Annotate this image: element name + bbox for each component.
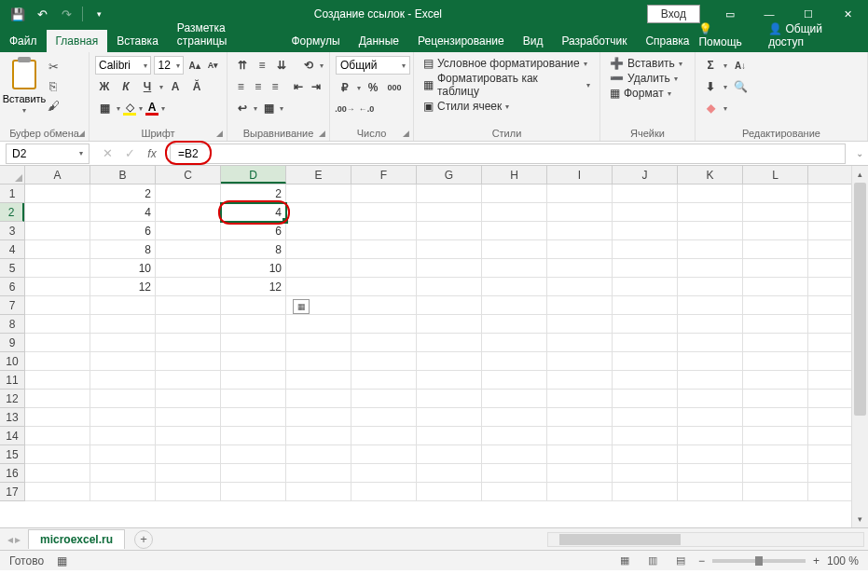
cell[interactable] bbox=[613, 427, 678, 444]
cell[interactable] bbox=[221, 352, 286, 370]
cell[interactable] bbox=[156, 259, 221, 277]
align-bottom-icon[interactable]: ⇊ bbox=[273, 56, 291, 75]
font-style-a2[interactable]: Ă bbox=[187, 77, 206, 96]
tab-page-layout[interactable]: Разметка страницы bbox=[168, 17, 282, 52]
save-icon[interactable]: 💾 bbox=[7, 4, 28, 24]
cell[interactable] bbox=[221, 390, 286, 407]
sheet-nav-next-icon[interactable]: ▸ bbox=[15, 533, 21, 546]
col-header[interactable]: C bbox=[156, 166, 221, 184]
cell[interactable] bbox=[221, 296, 286, 314]
cell[interactable] bbox=[286, 390, 351, 407]
cell[interactable] bbox=[221, 445, 286, 463]
cell[interactable] bbox=[221, 315, 286, 333]
tab-file[interactable]: Файл bbox=[0, 30, 47, 52]
cell[interactable] bbox=[156, 296, 221, 314]
sheet-tab[interactable]: microexcel.ru bbox=[28, 529, 125, 549]
cell[interactable] bbox=[417, 427, 482, 444]
cell[interactable] bbox=[482, 408, 547, 426]
font-style-a[interactable]: A bbox=[166, 77, 185, 96]
font-launcher-icon[interactable]: ◢ bbox=[216, 129, 223, 138]
cell[interactable] bbox=[678, 427, 743, 444]
row-header[interactable]: 9 bbox=[0, 334, 24, 352]
cell[interactable] bbox=[351, 445, 417, 463]
autofill-options-icon[interactable]: ▦ bbox=[293, 299, 310, 314]
cell[interactable] bbox=[743, 352, 808, 370]
cell[interactable] bbox=[156, 278, 221, 295]
cell[interactable] bbox=[351, 240, 417, 258]
cell[interactable] bbox=[286, 222, 351, 239]
cell[interactable] bbox=[547, 464, 613, 482]
col-header[interactable]: G bbox=[417, 166, 482, 184]
row-header[interactable]: 2 bbox=[0, 203, 24, 222]
cell[interactable] bbox=[286, 352, 351, 370]
cell[interactable] bbox=[25, 203, 90, 221]
dec-decimal-icon[interactable]: ←.0 bbox=[357, 100, 376, 118]
cell[interactable] bbox=[286, 334, 351, 351]
cell[interactable] bbox=[743, 334, 808, 351]
cell[interactable] bbox=[351, 315, 417, 333]
insert-cells-button[interactable]: ➕Вставить▾ bbox=[606, 56, 689, 71]
cell[interactable] bbox=[482, 371, 547, 389]
zoom-slider[interactable] bbox=[712, 559, 806, 563]
inc-decimal-icon[interactable]: .00→ bbox=[336, 100, 354, 118]
col-header[interactable]: H bbox=[482, 166, 547, 184]
shrink-font-icon[interactable]: A▾ bbox=[205, 56, 221, 75]
cell[interactable] bbox=[613, 390, 678, 407]
font-size-select[interactable]: 12▾ bbox=[154, 56, 184, 75]
find-icon[interactable]: 🔍 bbox=[731, 77, 750, 96]
align-left-icon[interactable]: ≡ bbox=[233, 77, 248, 96]
orientation-icon[interactable]: ⟲ bbox=[300, 56, 318, 75]
cell[interactable] bbox=[547, 483, 613, 500]
cell[interactable] bbox=[25, 352, 90, 370]
cell[interactable]: 4 bbox=[90, 203, 156, 221]
cell[interactable] bbox=[613, 483, 678, 500]
col-header[interactable]: K bbox=[678, 166, 743, 184]
number-format-select[interactable]: Общий▾ bbox=[336, 56, 410, 75]
zoom-out-icon[interactable]: − bbox=[698, 554, 705, 567]
cell[interactable] bbox=[613, 296, 678, 314]
cell[interactable] bbox=[743, 278, 808, 295]
paste-button[interactable]: Вставить ▾ bbox=[6, 56, 43, 116]
align-center-icon[interactable]: ≡ bbox=[250, 77, 265, 96]
tell-me[interactable]: 💡 Помощь bbox=[698, 22, 755, 48]
cell[interactable] bbox=[351, 408, 417, 426]
cell[interactable] bbox=[156, 390, 221, 407]
cell[interactable] bbox=[613, 371, 678, 389]
align-top-icon[interactable]: ⇈ bbox=[233, 56, 251, 75]
cell[interactable] bbox=[678, 296, 743, 314]
indent-left-icon[interactable]: ⇤ bbox=[291, 77, 306, 96]
cell[interactable] bbox=[678, 315, 743, 333]
expand-fbar-icon[interactable]: ⌄ bbox=[851, 148, 868, 158]
cell[interactable] bbox=[351, 185, 417, 202]
cell[interactable] bbox=[613, 203, 678, 221]
cell[interactable] bbox=[547, 222, 613, 239]
font-name-select[interactable]: Calibri▾ bbox=[95, 56, 151, 75]
italic-button[interactable]: К bbox=[117, 77, 135, 96]
tab-insert[interactable]: Вставка bbox=[107, 30, 168, 52]
cell[interactable] bbox=[351, 203, 417, 221]
cell[interactable] bbox=[90, 445, 156, 463]
sheet-nav-prev-icon[interactable]: ◂ bbox=[7, 533, 13, 546]
cell[interactable] bbox=[743, 259, 808, 277]
cell[interactable] bbox=[482, 185, 547, 202]
cell[interactable] bbox=[286, 371, 351, 389]
cell[interactable] bbox=[743, 315, 808, 333]
cell[interactable] bbox=[90, 483, 156, 500]
format-cells-button[interactable]: ▦Формат▾ bbox=[606, 86, 689, 101]
cell[interactable] bbox=[482, 352, 547, 370]
col-header[interactable]: J bbox=[613, 166, 678, 184]
cell[interactable] bbox=[351, 222, 417, 239]
cell[interactable] bbox=[351, 352, 417, 370]
cell[interactable] bbox=[678, 352, 743, 370]
cell[interactable] bbox=[482, 222, 547, 239]
share-button[interactable]: 👤 Общий доступ bbox=[768, 22, 855, 48]
cell[interactable] bbox=[351, 259, 417, 277]
cell[interactable] bbox=[743, 464, 808, 482]
fill-icon[interactable]: ⬇ bbox=[701, 77, 720, 96]
cell[interactable] bbox=[286, 315, 351, 333]
cell[interactable] bbox=[156, 464, 221, 482]
cell[interactable] bbox=[482, 240, 547, 258]
percent-icon[interactable]: % bbox=[364, 78, 382, 97]
cell[interactable] bbox=[678, 483, 743, 500]
page-break-view-icon[interactable]: ▤ bbox=[670, 554, 691, 568]
